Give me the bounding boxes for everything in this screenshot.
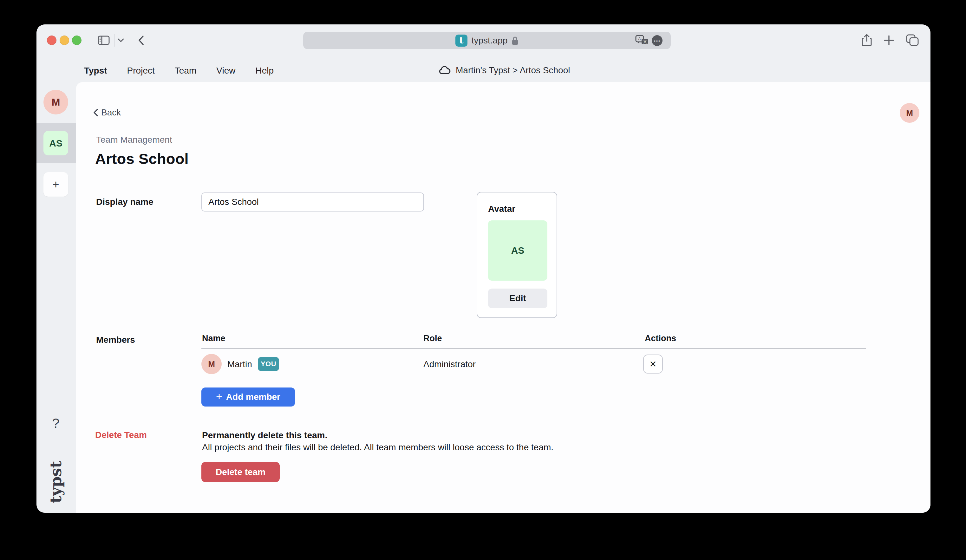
menu-team[interactable]: Team: [175, 66, 196, 76]
svg-text:文: 文: [643, 39, 647, 44]
team-avatar-preview: AS: [488, 220, 547, 281]
tab-overview-icon[interactable]: [905, 33, 919, 47]
plus-icon: +: [216, 390, 222, 403]
you-badge: YOU: [258, 357, 279, 371]
translate-extension-icon[interactable]: A 文: [635, 35, 649, 46]
chevron-left-icon: [94, 109, 98, 117]
back-navigation-icon[interactable]: [136, 33, 146, 47]
share-icon[interactable]: [861, 33, 873, 47]
column-header-role: Role: [423, 333, 442, 343]
menu-project[interactable]: Project: [127, 66, 155, 76]
column-header-name: Name: [202, 333, 225, 343]
member-avatar: M: [201, 354, 222, 374]
menu-view[interactable]: View: [216, 66, 235, 76]
back-button[interactable]: Back: [94, 107, 121, 118]
avatar-card: Avatar AS Edit: [476, 192, 557, 318]
table-header-divider: [201, 348, 866, 349]
browser-window: t typst.app A 文 …: [36, 25, 930, 513]
display-name-input[interactable]: [201, 192, 424, 212]
add-member-label: Add member: [226, 392, 280, 402]
back-label: Back: [101, 107, 121, 118]
breadcrumb[interactable]: Martin's Typst > Artos School: [439, 63, 570, 78]
help-button[interactable]: ?: [52, 416, 59, 431]
svg-text:A: A: [638, 36, 641, 41]
section-label: Team Management: [96, 135, 172, 145]
cloud-icon: [439, 66, 451, 75]
chevron-down-icon[interactable]: [117, 33, 125, 47]
add-member-button[interactable]: + Add member: [201, 388, 295, 407]
url-text: typst.app: [472, 36, 508, 46]
window-close-button[interactable]: [47, 36, 56, 45]
display-name-label: Display name: [96, 197, 153, 207]
remove-member-button[interactable]: ✕: [643, 355, 663, 374]
window-minimize-button[interactable]: [60, 36, 69, 45]
column-header-actions: Actions: [645, 333, 676, 343]
extensions-menu-icon[interactable]: …: [652, 35, 662, 46]
avatar-card-label: Avatar: [488, 204, 515, 214]
site-favicon: t: [455, 34, 467, 47]
delete-warning-body: All projects and their files will be del…: [202, 442, 554, 453]
delete-team-button[interactable]: Delete team: [201, 462, 280, 482]
members-label: Members: [96, 335, 135, 345]
edit-avatar-button[interactable]: Edit: [488, 289, 547, 308]
user-avatar[interactable]: M: [900, 103, 919, 123]
sidebar-add-team-button[interactable]: +: [43, 172, 68, 197]
page-title: Artos School: [95, 150, 189, 168]
member-role: Administrator: [423, 359, 476, 370]
window-zoom-button[interactable]: [72, 36, 82, 45]
app-menubar: Typst Project Team View Help: [84, 65, 274, 76]
sidebar-item-personal-workspace[interactable]: M: [43, 90, 68, 115]
breadcrumb-text: Martin's Typst > Artos School: [456, 65, 570, 76]
address-bar[interactable]: t typst.app A 文 …: [303, 32, 671, 49]
menu-help[interactable]: Help: [255, 66, 274, 76]
menu-typst[interactable]: Typst: [84, 66, 107, 76]
lock-icon: [511, 36, 519, 45]
main-content: Back M Team Management Artos School Disp…: [76, 82, 930, 513]
new-tab-icon[interactable]: [882, 33, 895, 47]
delete-warning-title: Permanently delete this team.: [202, 430, 327, 440]
sidebar-toggle-icon[interactable]: [97, 33, 110, 47]
member-name: Martin: [227, 359, 252, 370]
typst-logo: typst: [47, 461, 65, 503]
delete-team-section-label: Delete Team: [95, 430, 147, 440]
sidebar-item-team-artos-school[interactable]: AS: [43, 131, 68, 155]
